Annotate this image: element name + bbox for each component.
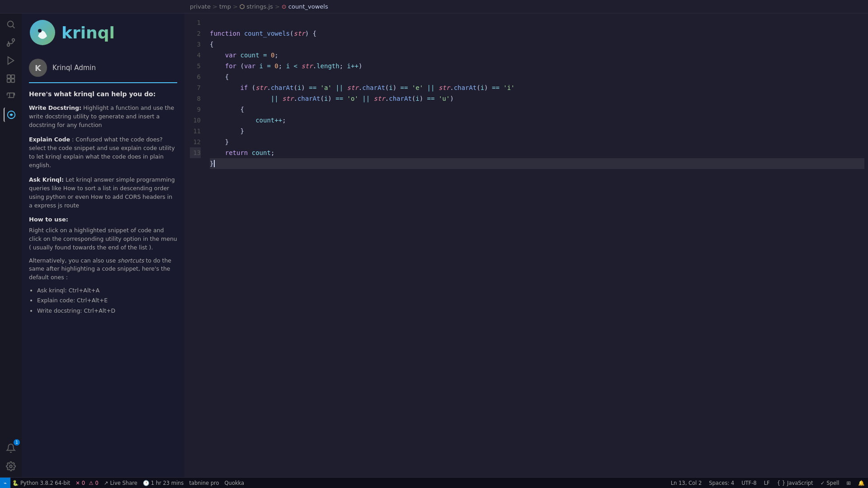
- warning-count: 0: [95, 480, 98, 486]
- username: Krinql Admin: [52, 64, 96, 72]
- line-3: var count = 0;: [210, 52, 278, 59]
- search-icon[interactable]: [4, 17, 18, 32]
- sep1: >: [212, 3, 217, 10]
- help-item-ask: Ask Krinql: Let krinql answer simple pro…: [29, 176, 177, 210]
- bell-icon: 🔔: [858, 480, 864, 486]
- svg-point-0: [8, 21, 14, 27]
- line-10: }: [210, 127, 244, 135]
- status-python[interactable]: 🐍 Python 3.8.2 64-bit: [12, 480, 70, 486]
- sep3: >: [275, 3, 280, 10]
- code-container[interactable]: 1 2 3 4 5 6 7 8 9 10 11 12 13 function c…: [184, 14, 868, 477]
- krinql-icon[interactable]: [4, 108, 18, 122]
- status-position[interactable]: Ln 13, Col 2: [671, 480, 702, 486]
- spell-label: Spell: [826, 480, 839, 486]
- breadcrumb-private[interactable]: private: [190, 3, 211, 10]
- spell-icon: ✓: [821, 480, 825, 486]
- krinql-logo-icon: [29, 19, 56, 46]
- layout-icon: ⊞: [846, 480, 851, 486]
- run-debug-icon[interactable]: [4, 53, 18, 68]
- sep2: >: [233, 3, 238, 10]
- python-icon: 🐍: [12, 480, 19, 486]
- status-line-ending[interactable]: LF: [764, 480, 770, 486]
- line-7: || str.charAt(i) == 'o' || str.charAt(i)…: [210, 95, 454, 102]
- extensions-icon[interactable]: [4, 71, 18, 86]
- error-icon: ✕: [75, 480, 80, 486]
- user-section: K Krinql Admin: [29, 59, 177, 83]
- status-errors[interactable]: ✕ 0 ⚠ 0: [75, 480, 99, 486]
- line-9: count++;: [210, 117, 286, 124]
- live-share-label: Live Share: [110, 480, 137, 486]
- status-bar: ⌁ 🐍 Python 3.8.2 64-bit ✕ 0 ⚠ 0 ↗ Live S…: [0, 477, 868, 488]
- avatar: K: [29, 59, 47, 77]
- help-heading: Here's what krinql can help you do:: [29, 90, 177, 98]
- line-4: for (var i = 0; i < str.length; i++): [210, 62, 362, 70]
- svg-marker-4: [8, 57, 14, 65]
- svg-point-12: [38, 29, 42, 33]
- status-left: ⌁ 🐍 Python 3.8.2 64-bit ✕ 0 ⚠ 0 ↗ Live S…: [4, 478, 244, 488]
- editor-area[interactable]: 1 2 3 4 5 6 7 8 9 10 11 12 13 function c…: [184, 14, 868, 477]
- error-count: 0: [82, 480, 85, 486]
- clock-icon: 🕐: [143, 480, 149, 486]
- status-live-share[interactable]: ↗ Live Share: [104, 480, 137, 486]
- status-spaces[interactable]: Spaces: 4: [709, 480, 734, 486]
- status-bell[interactable]: 🔔: [858, 480, 864, 486]
- notification-badge: 1: [14, 439, 20, 446]
- svg-point-3: [12, 39, 15, 42]
- status-spell[interactable]: ✓ Spell: [821, 480, 840, 486]
- status-quokka[interactable]: Quokka: [225, 480, 245, 486]
- breadcrumb-tmp[interactable]: tmp: [219, 3, 231, 10]
- svg-point-10: [9, 465, 12, 468]
- notifications-icon[interactable]: 1: [4, 441, 18, 455]
- status-time[interactable]: 🕐 1 hr 23 mins: [143, 480, 184, 486]
- line-12: return count;: [210, 149, 274, 156]
- help-title-docstring: Write Docstring:: [29, 104, 81, 111]
- svg-line-1: [13, 26, 14, 28]
- code-content[interactable]: function count_vowels(str) { { var count…: [206, 17, 868, 474]
- status-remote[interactable]: ⌁: [0, 478, 10, 488]
- logo-section: krinql: [29, 19, 177, 52]
- breadcrumb-file[interactable]: ⬡ strings.js: [240, 3, 273, 10]
- svg-rect-6: [11, 75, 14, 78]
- svg-rect-5: [7, 75, 10, 78]
- how-to-use-title: How to use:: [29, 216, 177, 223]
- shortcut-docstring: Write docstring: Ctrl+Alt+D: [37, 306, 177, 316]
- status-encoding[interactable]: UTF-8: [741, 480, 757, 486]
- line-ending-label: LF: [764, 480, 770, 486]
- activity-bar: 1: [0, 14, 22, 477]
- svg-point-2: [7, 44, 10, 47]
- live-share-icon: ↗: [104, 480, 108, 486]
- help-title-ask: Ask Krinql:: [29, 176, 64, 183]
- svg-rect-8: [11, 79, 14, 82]
- line-13: }: [210, 158, 864, 169]
- help-title-explain: Explain Code: [29, 136, 70, 143]
- python-version-label: Python 3.8.2 64-bit: [20, 480, 70, 486]
- line-2: {: [210, 41, 213, 48]
- shortcuts-section: How to use: Right click on a highlighted…: [29, 216, 177, 316]
- logo-text: krinql: [61, 23, 115, 42]
- quokka-label: Quokka: [225, 480, 245, 486]
- sidebar: krinql K Krinql Admin Here's what krinql…: [22, 14, 184, 477]
- help-item-docstring: Write Docstring: Highlight a function an…: [29, 104, 177, 129]
- warning-icon: ⚠: [89, 480, 93, 486]
- status-tabnine[interactable]: tabnine pro: [189, 480, 219, 486]
- spaces-label: Spaces: 4: [709, 480, 734, 486]
- language-icon: { }: [777, 480, 785, 486]
- shortcuts-intro: Alternatively, you can also use shortcut…: [29, 257, 177, 282]
- status-language[interactable]: { } JavaScript: [777, 480, 813, 486]
- line-1: function count_vowels(str) {: [210, 30, 316, 37]
- line-11: }: [210, 138, 229, 145]
- shortcuts-list: Ask krinql: Ctrl+Alt+A Explain code: Ctr…: [29, 286, 177, 316]
- encoding-label: UTF-8: [741, 480, 757, 486]
- test-icon[interactable]: [4, 89, 18, 104]
- breadcrumb-function[interactable]: ⊙ count_vowels: [282, 3, 328, 10]
- line-5: {: [210, 73, 229, 80]
- line-6: if (str.charAt(i) == 'a' || str.charAt(i…: [210, 84, 515, 91]
- time-label: 1 hr 23 mins: [151, 480, 184, 486]
- breadcrumb-bar: private > tmp > ⬡ strings.js > ⊙ count_v…: [0, 0, 868, 14]
- settings-icon[interactable]: [4, 459, 18, 474]
- help-section: Here's what krinql can help you do: Writ…: [29, 90, 177, 316]
- how-to-use-body: Right click on a highlighted snippet of …: [29, 226, 177, 252]
- main-layout: 1: [0, 14, 868, 477]
- status-layout[interactable]: ⊞: [846, 480, 851, 486]
- source-control-icon[interactable]: [4, 35, 18, 50]
